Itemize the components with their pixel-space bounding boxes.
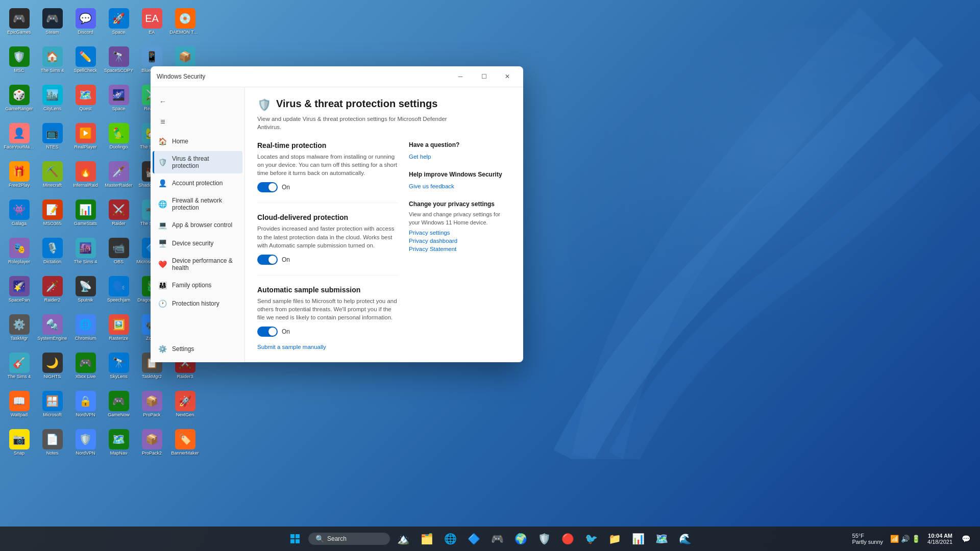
taskbar-icon-6[interactable]: 🌍	[510, 529, 531, 549]
desktop-icon-skylens[interactable]: 🔭 SkyLens	[102, 347, 135, 385]
desktop-icon-taskmgr[interactable]: ⚙️ TaskMgr	[3, 309, 36, 347]
desktop-icon-infernal[interactable]: 🔥 InfernalRaid	[69, 156, 102, 194]
minimize-button[interactable]: ─	[449, 69, 472, 84]
realtime-toggle-row: On	[257, 182, 399, 192]
system-clock[interactable]: 10:04 AM 4/18/2021	[927, 533, 952, 545]
submit-sample-link[interactable]: Submit a sample manually	[257, 344, 326, 350]
desktop-icon-face[interactable]: 👤 FaceYourManga	[3, 117, 36, 156]
desktop-icon-msc[interactable]: 🛡️ MSC	[3, 41, 36, 79]
system-tray[interactable]: 📶 🔊 🔋	[886, 533, 924, 545]
nav-home[interactable]: 🏠 Home	[153, 133, 242, 150]
taskbar-icon-12[interactable]: 🗺️	[651, 529, 672, 549]
desktop-icon-obs[interactable]: 📹 OBS	[102, 232, 135, 270]
desktop-icon-space2[interactable]: 🌌 Space	[102, 79, 135, 117]
desktop-icon-xbox[interactable]: 🎮 Xbox Live	[69, 347, 102, 385]
taskbar-search[interactable]: 🔍 Search	[308, 533, 390, 545]
privacy-settings-link[interactable]: Privacy settings	[409, 230, 511, 236]
desktop-icon-nights[interactable]: 🌙 NiGHTS	[36, 347, 69, 385]
desktop-icon-gameranger[interactable]: 🎲 GameRanger	[3, 79, 36, 117]
nav-account[interactable]: 👤 Account protection	[153, 174, 242, 192]
nav-performance[interactable]: ❤️ Device performance & health	[153, 253, 242, 276]
desktop-icon-notes[interactable]: 📄 Notes	[36, 423, 69, 462]
desktop-icon-real[interactable]: ▶️ RealPlayer	[69, 117, 102, 156]
sample-toggle[interactable]	[257, 327, 278, 337]
desktop-icon-chromium[interactable]: 🌐 Chromium	[69, 309, 102, 347]
close-button[interactable]: ✕	[496, 69, 519, 84]
desktop-icon-dictation[interactable]: 🎙️ Dictation	[36, 232, 69, 270]
desktop-icon-nordvpn2[interactable]: 🛡️ NordVPN	[69, 423, 102, 462]
desktop-icon-roleplayer[interactable]: 🎭 Roleplayer	[3, 232, 36, 270]
realtime-toggle[interactable]	[257, 182, 278, 192]
desktop-icon-gamestats[interactable]: 📊 GameStats	[69, 194, 102, 232]
desktop-icon-propack[interactable]: 📦 ProPack	[135, 385, 168, 423]
desktop-icon-galaga[interactable]: 👾 Galaga	[3, 194, 36, 232]
privacy-statement-link[interactable]: Privacy Statement	[409, 246, 511, 252]
taskbar-icon-9[interactable]: 🐦	[581, 529, 601, 549]
desktop-icon-space[interactable]: 🚀 Space	[102, 3, 135, 41]
taskbar-icon-1[interactable]: 🏔️	[393, 529, 413, 549]
desktop-icon-propack2[interactable]: 📦 ProPack2	[135, 423, 168, 462]
taskbar-icon-4[interactable]: 🔷	[463, 529, 484, 549]
desktop-icon-nextgen[interactable]: 🚀 NextGen	[168, 385, 202, 423]
desktop-icon-rasterize[interactable]: 🖼️ Rasterize	[102, 309, 135, 347]
desktop-icon-ntes[interactable]: 📺 NTES	[36, 117, 69, 156]
desktop-icon-spell[interactable]: ✏️ SpellCheck	[69, 41, 102, 79]
desktop-icon-gamenow[interactable]: 🎮 GameNow	[102, 385, 135, 423]
back-button[interactable]: ←	[155, 93, 171, 110]
notification-button[interactable]: 💬	[955, 529, 976, 549]
desktop-icon-quest[interactable]: 🗺️ Quest	[69, 79, 102, 117]
desktop-icon-wattpad[interactable]: 📖 Wattpad	[3, 385, 36, 423]
desktop-icon-mapnav[interactable]: 🗺️ MapNav	[102, 423, 135, 462]
desktop-icon-sysengine[interactable]: 🔩 SystemEngine	[36, 309, 69, 347]
desktop-icon-ea[interactable]: EA EA	[135, 3, 168, 41]
taskbar-icon-2[interactable]: 🗂️	[416, 529, 437, 549]
privacy-dashboard-link[interactable]: Privacy dashboard	[409, 238, 511, 244]
desktop-icon-spacescopy[interactable]: 🔭 SpaceSCOPY	[102, 41, 135, 79]
feedback-link[interactable]: Give us feedback	[409, 183, 454, 189]
nav-firewall[interactable]: 🌐 Firewall & network protection	[153, 193, 242, 215]
desktop-icon-speech[interactable]: 🗣️ Speechjam	[102, 270, 135, 309]
nav-settings[interactable]: ⚙️ Settings	[153, 340, 242, 358]
desktop-icon-sims4-city[interactable]: 🌆 The Sims 4	[69, 232, 102, 270]
nav-family[interactable]: 👨‍👩‍👧 Family options	[153, 277, 242, 294]
desktop-icon-snap[interactable]: 📷 Snap	[3, 423, 36, 462]
desktop-icon-discord[interactable]: 💬 Discord	[69, 3, 102, 41]
taskbar-icon-13[interactable]: 🌊	[675, 529, 695, 549]
start-button[interactable]	[285, 529, 305, 549]
desktop-icon-free2play[interactable]: 🎁 Free2Play	[3, 156, 36, 194]
desktop-icon-spacepan[interactable]: 🌠 SpacePan	[3, 270, 36, 309]
taskbar-icon-3[interactable]: 🌐	[440, 529, 460, 549]
desktop-icon-banner[interactable]: 🏷️ BannerMaker	[168, 423, 202, 462]
nav-history[interactable]: 🕐 Protection history	[153, 295, 242, 312]
desktop-icon-minecraft[interactable]: ⛏️ Minecraft	[36, 156, 69, 194]
desktop-icon-duolingo[interactable]: 🦜 Duolingo	[102, 117, 135, 156]
nav-app[interactable]: 💻 App & browser control	[153, 216, 242, 234]
taskbar-icon-7[interactable]: 🛡️	[534, 529, 554, 549]
nav-device[interactable]: 🖥️ Device security	[153, 235, 242, 252]
desktop-icon-sputnik[interactable]: 📡 Sputnik	[69, 270, 102, 309]
desktop-icon-nordvpn[interactable]: 🔒 NordVPN	[69, 385, 102, 423]
desktop-icon-sims4[interactable]: 🏠 The Sims 4	[36, 41, 69, 79]
cloud-toggle[interactable]	[257, 255, 278, 265]
desktop-icon-raider[interactable]: ⚔️ Raider	[102, 194, 135, 232]
taskbar-right: 55°F Partly sunny 📶 🔊 🔋 10:04 AM 4/18/20…	[852, 529, 976, 549]
taskbar-icon-10[interactable]: 📁	[604, 529, 625, 549]
battery-icon: 🔋	[912, 535, 920, 543]
desktop-icon-raider2[interactable]: 🗡️ Raider2	[36, 270, 69, 309]
desktop-icon-daemon[interactable]: 💿 DAEMON Tools	[168, 3, 202, 41]
taskbar-icon-8[interactable]: 🔴	[557, 529, 578, 549]
desktop-icon-mso[interactable]: 📝 MSO365	[36, 194, 69, 232]
maximize-button[interactable]: ☐	[472, 69, 496, 84]
desktop-icon-epicgames[interactable]: 🎮 EpicGames	[3, 3, 36, 41]
nav-virus[interactable]: 🛡️ Virus & threat protection	[153, 151, 242, 173]
desktop-icon-master[interactable]: 🗡️ MasterRaider	[102, 156, 135, 194]
desktop-icon-citylens[interactable]: 🏙️ CityLens	[36, 79, 69, 117]
hamburger-button[interactable]: ≡	[155, 114, 171, 130]
privacy-section: Change your privacy settings View and ch…	[409, 201, 511, 252]
get-help-link[interactable]: Get help	[409, 154, 431, 160]
desktop-icon-steam[interactable]: 🎮 Steam	[36, 3, 69, 41]
desktop-icon-sims4-band[interactable]: 🎸 The Sims 4	[3, 347, 36, 385]
taskbar-icon-11[interactable]: 📊	[628, 529, 648, 549]
desktop-icon-microsoft[interactable]: 🪟 Microsoft	[36, 385, 69, 423]
taskbar-icon-5[interactable]: 🎮	[487, 529, 507, 549]
